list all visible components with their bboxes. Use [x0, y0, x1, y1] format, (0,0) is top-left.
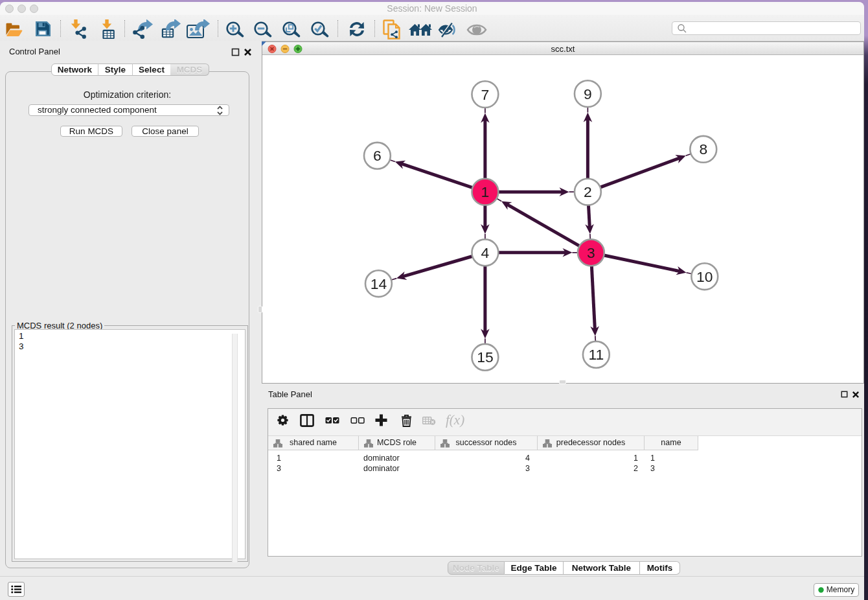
- svg-text:3: 3: [587, 244, 595, 261]
- svg-text:1: 1: [481, 183, 490, 200]
- svg-text:7: 7: [481, 86, 490, 103]
- svg-text:14: 14: [371, 275, 387, 292]
- svg-text:11: 11: [588, 346, 604, 363]
- svg-text:2: 2: [584, 183, 592, 200]
- svg-text:8: 8: [699, 141, 707, 157]
- svg-text:10: 10: [696, 268, 713, 285]
- svg-text:9: 9: [584, 86, 592, 102]
- svg-text:15: 15: [477, 349, 493, 365]
- svg-text:6: 6: [373, 147, 382, 164]
- svg-text:4: 4: [481, 244, 490, 261]
